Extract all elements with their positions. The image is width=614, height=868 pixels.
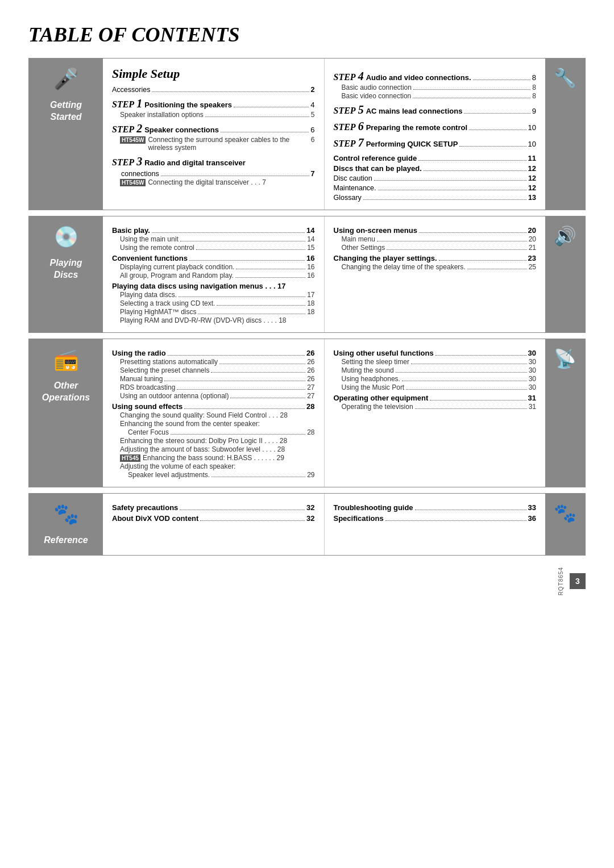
operating-sub1: Operating the television 31 — [334, 403, 537, 411]
on-screen-sub1-dots — [377, 241, 527, 241]
operating-equipment-dots — [430, 400, 526, 400]
sound-effects-page: 28 — [306, 402, 314, 411]
basic-play-sub1-page: 14 — [307, 235, 314, 243]
sound-sub3-text: Enhancing the stereo sound: Dolby Pro Lo… — [120, 437, 287, 445]
convenient-functions-label: Convenient functions — [112, 254, 188, 262]
radio-sub3-dots — [164, 381, 305, 381]
step4-sub2: Basic video connection 8 — [334, 92, 537, 100]
glossary-item: Glossary 13 — [334, 194, 537, 202]
data-discs-sub4: Playing RAM and DVD-R/-RW (DVD-VR) discs… — [112, 316, 315, 324]
step3-connections-label: connections — [121, 170, 159, 178]
disc-caution-label: Disc caution — [334, 174, 372, 182]
control-ref-label: Control reference guide — [334, 154, 417, 162]
step3-sub1-text: Connecting the digital transceiver . . .… — [148, 178, 265, 186]
getting-started-right-icon-col: 🔧 — [545, 59, 585, 210]
ht545-badge: HT545 — [120, 454, 140, 462]
sound-sub2a-page: 28 — [307, 428, 314, 436]
radio-sub1-text: Presetting stations automatically — [120, 358, 218, 366]
step3-connections-dots — [161, 176, 309, 176]
step3-connections-page: 7 — [311, 170, 315, 178]
step4-num: 4 — [358, 70, 364, 83]
useful-sub3-page: 30 — [529, 375, 536, 383]
ht545w-badge1: HT545W — [120, 136, 146, 144]
sound-sub6a: Speaker level adjustments. 29 — [112, 471, 315, 479]
step6-word: STEP — [334, 122, 356, 132]
step3-block: STEP 3 Radio and digital transceiver con… — [112, 155, 315, 186]
basic-play-item: Basic play. 14 — [112, 226, 315, 235]
radio-sub5-text: Using an outdoor antenna (optional) — [120, 392, 229, 400]
page-number-box: 3 — [570, 573, 586, 589]
sound-sub6: Adjusting the volume of each speaker: — [112, 462, 315, 470]
convenient-sub2-page: 16 — [307, 272, 314, 279]
player-settings-sub1-page: 25 — [529, 263, 536, 271]
playing-discs-right: Using on-screen menus 20 Main menu 20 Ot… — [324, 216, 546, 332]
step7-dots — [459, 146, 526, 147]
radio-sub1: Presetting stations automatically 26 — [112, 358, 315, 366]
data-discs-label: Playing data discs using navigation menu… — [112, 282, 286, 290]
simple-setup-right: STEP 4 Audio and video connections. 8 Ba… — [324, 59, 546, 210]
on-screen-sub2-text: Other Settings — [342, 244, 385, 252]
speaker-icon: 🔊 — [554, 225, 576, 247]
data-discs-sub3-page: 18 — [307, 308, 314, 316]
data-discs-sub3-text: Playing HighMAT™ discs — [120, 308, 196, 316]
basic-play-sub2-text: Using the remote control — [120, 244, 194, 252]
right-toc-area: Control reference guide 11 Discs that ca… — [334, 154, 537, 202]
sound-sub4: Adjusting the amount of bass: Subwoofer … — [112, 445, 315, 453]
operating-sub1-text: Operating the television — [342, 403, 413, 411]
safety-precautions-item: Safety precautions 32 — [112, 503, 315, 512]
simple-setup-title: Simple Setup — [112, 66, 315, 81]
wrench-icon: 🔧 — [554, 67, 576, 89]
getting-started-label: GettingStarted — [50, 99, 82, 123]
radio-sub1-page: 26 — [307, 358, 314, 366]
step1-block: STEP 1 Positioning the speakers 4 Speake… — [112, 97, 315, 119]
step4-desc: Audio and video connections. — [366, 73, 471, 82]
disc-caution-dots — [374, 180, 527, 181]
useful-functions-dots — [435, 355, 526, 356]
step2-sub1: HT545W Connecting the surround speaker c… — [112, 136, 315, 152]
reference-left: Safety precautions 32 About DivX VOD con… — [103, 494, 324, 555]
basic-play-label: Basic play. — [112, 226, 150, 235]
troubleshooting-dots — [415, 510, 526, 510]
step6-num: 6 — [358, 120, 364, 133]
data-discs-sub1-dots — [179, 297, 305, 297]
troubleshooting-item: Troubleshooting guide 33 — [334, 503, 537, 512]
basic-play-page: 14 — [306, 226, 314, 235]
maintenance-page: 12 — [528, 184, 536, 192]
radio-sub5: Using an outdoor antenna (optional) 27 — [112, 392, 315, 400]
accessories-dots — [152, 91, 309, 92]
on-screen-sub1: Main menu 20 — [334, 235, 537, 243]
on-screen-sub1-text: Main menu — [342, 235, 375, 243]
useful-sub1-dots — [411, 364, 527, 364]
step7-block: STEP 7 Performing QUICK SETUP 10 — [334, 136, 537, 149]
useful-sub3-dots — [402, 381, 527, 381]
playing-discs-left: Basic play. 14 Using the main unit 14 Us… — [103, 216, 324, 332]
disc-caution-item: Disc caution 12 — [334, 174, 537, 182]
playing-discs-section: 💿 PlayingDiscs Basic play. 14 Using the … — [28, 216, 586, 333]
using-radio-label: Using the radio — [112, 349, 166, 357]
step2-dots — [221, 132, 309, 132]
sound-sub6a-page: 29 — [307, 471, 314, 479]
basic-play-dots — [152, 232, 305, 233]
control-ref-dots — [418, 160, 526, 161]
radio-sub3-page: 26 — [307, 375, 314, 383]
antenna-icon: 📡 — [554, 348, 576, 369]
player-settings-label: Changing the player settings. — [334, 254, 437, 262]
player-settings-item: Changing the player settings. 23 — [334, 254, 537, 262]
other-operations-section: 📻 OtherOperations Using the radio 26 Pre… — [28, 339, 586, 487]
accessories-page: 2 — [311, 86, 315, 94]
player-settings-dots — [439, 260, 526, 261]
useful-sub4-page: 30 — [529, 383, 536, 391]
convenient-sub1-text: Displaying current playback condition. — [120, 263, 234, 271]
discs-played-dots — [424, 170, 526, 171]
specifications-page: 36 — [528, 514, 536, 523]
reference-section: 🐾 Reference Safety precautions 32 About … — [28, 493, 586, 556]
step2-num: 2 — [136, 122, 142, 135]
radio-sub5-dots — [230, 398, 305, 398]
radio-sub3: Manual tuning 26 — [112, 375, 315, 383]
step2-page: 6 — [310, 126, 314, 134]
useful-sub1-text: Setting the sleep timer — [342, 358, 409, 366]
on-screen-sub2-page: 21 — [529, 244, 536, 252]
data-discs-sub3: Playing HighMAT™ discs 18 — [112, 308, 315, 316]
step4-page: 8 — [532, 73, 536, 82]
other-operations-label: OtherOperations — [42, 380, 90, 404]
